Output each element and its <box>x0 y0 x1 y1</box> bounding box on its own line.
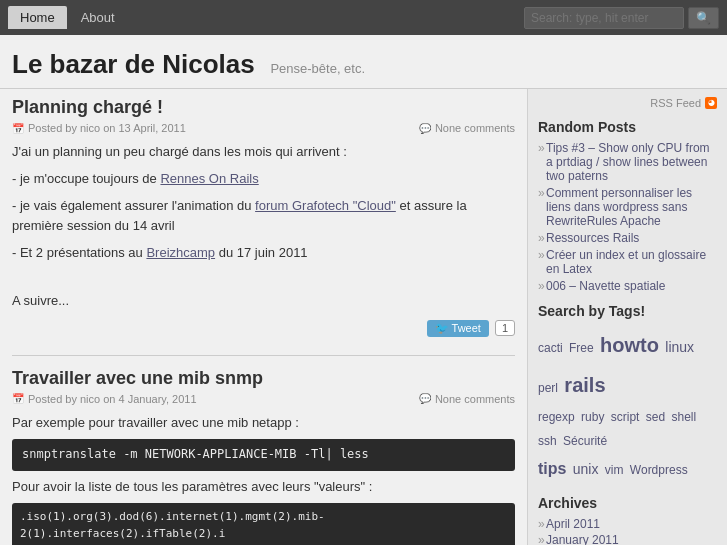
tag-ruby[interactable]: ruby <box>581 410 604 424</box>
tweet-button[interactable]: 🐦 Tweet <box>427 320 489 337</box>
archive-0[interactable]: April 2011 <box>538 517 717 531</box>
random-post-1[interactable]: Comment personnaliser les liens dans wor… <box>538 186 717 228</box>
tags-title: Search by Tags! <box>538 303 717 319</box>
code-inline-snmp: snmptranslate -m NETWORK-APPLIANCE-MIB -… <box>12 439 515 470</box>
post-1-body-line2: - je m'occupe toujours de Rennes On Rail… <box>12 169 515 190</box>
post-1-body-line4: - Et 2 présentations au Breizhcamp du 17… <box>12 243 515 264</box>
rennes-rails-link[interactable]: Rennes On Rails <box>160 171 258 186</box>
post-2-intro: Par exemple pour travailler avec une mib… <box>12 413 515 434</box>
post-2-title: Travailler avec une mib snmp <box>12 368 515 389</box>
post-2-mid: Pour avoir la liste de tous les paramètr… <box>12 477 515 498</box>
main-content: Planning chargé ! 📅 Posted by nico on 13… <box>0 89 527 545</box>
post-2-meta: 📅 Posted by nico on 4 January, 2011 💬 No… <box>12 393 515 405</box>
post-1-body-line3: - je vais également assurer l'animation … <box>12 196 515 238</box>
tag-sed[interactable]: sed <box>646 410 665 424</box>
tag-linux[interactable]: linux <box>665 339 694 355</box>
nav-home[interactable]: Home <box>8 6 67 29</box>
rss-feed-area: RSS Feed ◕ <box>538 97 717 109</box>
tag-perl[interactable]: perl <box>538 381 558 395</box>
tag-howto[interactable]: howto <box>600 334 659 356</box>
tag-securite[interactable]: Sécurité <box>563 434 607 448</box>
tag-vim[interactable]: vim <box>605 463 624 477</box>
tag-shell[interactable]: shell <box>671 410 696 424</box>
post-2-body: Par exemple pour travailler avec une mib… <box>12 413 515 545</box>
nav-about[interactable]: About <box>69 6 127 29</box>
tag-free[interactable]: Free <box>569 341 594 355</box>
comment-icon-2: 💬 <box>419 393 431 404</box>
tag-rails[interactable]: rails <box>564 374 605 396</box>
rss-label: RSS Feed <box>650 97 701 109</box>
tag-wordpress[interactable]: Wordpress <box>630 463 688 477</box>
post-1-body-line1: J'ai un planning un peu chargé dans les … <box>12 142 515 163</box>
random-post-0[interactable]: Tips #3 – Show only CPU from a prtdiag /… <box>538 141 717 183</box>
tag-unix[interactable]: unix <box>573 461 599 477</box>
random-post-2[interactable]: Ressources Rails <box>538 231 717 245</box>
post-1-meta: 📅 Posted by nico on 13 April, 2011 💬 Non… <box>12 122 515 134</box>
search-input[interactable] <box>524 7 684 29</box>
comment-icon: 💬 <box>419 123 431 134</box>
code-block-mib: .iso(1).org(3).dod(6).internet(1).mgmt(2… <box>12 503 515 545</box>
search-button[interactable]: 🔍 <box>688 7 719 29</box>
rss-icon: ◕ <box>705 97 717 109</box>
post-1-body-line5: A suivre... <box>12 291 515 312</box>
archive-1[interactable]: January 2011 <box>538 533 717 545</box>
nav-tabs: Home About <box>8 6 127 29</box>
post-divider <box>12 355 515 356</box>
post-1-title: Planning chargé ! <box>12 97 515 118</box>
post-1-date: Posted by nico on 13 April, 2011 <box>28 122 186 134</box>
post-1-body: J'ai un planning un peu chargé dans les … <box>12 142 515 312</box>
tag-tips[interactable]: tips <box>538 460 566 477</box>
site-title: Le bazar de Nicolas <box>12 49 255 79</box>
random-post-4[interactable]: 006 – Navette spatiale <box>538 279 717 293</box>
tags-cloud: cacti Free howto linux perl rails regexp… <box>538 325 717 485</box>
calendar-icon-2: 📅 <box>12 393 24 404</box>
post-2-date: Posted by nico on 4 January, 2011 <box>28 393 197 405</box>
archives-title: Archives <box>538 495 717 511</box>
nav-bar: Home About 🔍 <box>0 0 727 35</box>
tweet-count: 1 <box>495 320 515 336</box>
forum-grafotech-link[interactable]: forum Grafotech "Cloud" <box>255 198 396 213</box>
tag-ssh[interactable]: ssh <box>538 434 557 448</box>
sidebar: RSS Feed ◕ Random Posts Tips #3 – Show o… <box>527 89 727 545</box>
post-2-comments: None comments <box>435 393 515 405</box>
tag-regexp[interactable]: regexp <box>538 410 575 424</box>
calendar-icon: 📅 <box>12 123 24 134</box>
post-2: Travailler avec une mib snmp 📅 Posted by… <box>12 368 515 545</box>
site-tagline: Pense-bête, etc. <box>270 61 365 76</box>
search-area: 🔍 <box>524 7 719 29</box>
tag-cacti[interactable]: cacti <box>538 341 563 355</box>
tweet-area: 🐦 Tweet 1 <box>12 320 515 337</box>
random-post-3[interactable]: Créer un index et un glossaire en Latex <box>538 248 717 276</box>
breizhcamp-link[interactable]: Breizhcamp <box>146 245 215 260</box>
post-1: Planning chargé ! 📅 Posted by nico on 13… <box>12 97 515 337</box>
post-1-comments: None comments <box>435 122 515 134</box>
random-posts-title: Random Posts <box>538 119 717 135</box>
content-wrapper: Planning chargé ! 📅 Posted by nico on 13… <box>0 89 727 545</box>
code-line-1: .iso(1).org(3).dod(6).internet(1).mgmt(2… <box>20 509 507 542</box>
site-header: Le bazar de Nicolas Pense-bête, etc. <box>0 35 727 89</box>
tag-script[interactable]: script <box>611 410 640 424</box>
